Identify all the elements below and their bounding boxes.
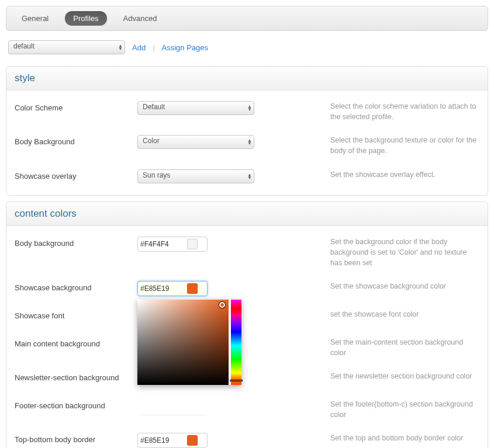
swatch-showcase-bg[interactable] xyxy=(187,283,198,294)
footer-bg-field[interactable] xyxy=(140,403,186,411)
desc-footer-bg: Set the footer(bottom-c) section backgro… xyxy=(254,399,479,420)
label-showcase-overlay: Showcase overlay xyxy=(15,169,137,180)
label-footer-bg: Footer-section background xyxy=(15,399,137,410)
label-body-background: Body Background xyxy=(15,135,137,146)
color-picker[interactable] xyxy=(137,300,241,385)
desc-body-bg: Set the background color if the body bac… xyxy=(254,237,479,268)
label-body-bg: Body background xyxy=(15,237,137,248)
swatch-body-bg[interactable] xyxy=(187,239,198,249)
color-input-footer-bg[interactable] xyxy=(137,399,208,415)
label-newsletter-bg: Newsletter-section background xyxy=(15,371,137,382)
color-input-top-bottom-border[interactable] xyxy=(137,433,208,448)
desc-body-background: Select the background texture or color f… xyxy=(254,135,479,156)
separator: | xyxy=(153,43,154,52)
body-bg-field[interactable] xyxy=(140,240,187,248)
picker-saturation-value[interactable] xyxy=(137,300,229,385)
top-bottom-border-field[interactable] xyxy=(140,436,187,444)
label-main-content-bg: Main content background xyxy=(15,337,137,348)
panel-style: style Color Scheme Default ▲▼ Select the… xyxy=(6,66,488,196)
select-body-background[interactable]: Color ▲▼ xyxy=(137,135,254,149)
profile-select[interactable]: default ▲▼ xyxy=(8,40,125,54)
desc-color-scheme: Select the color scheme variation to att… xyxy=(254,101,479,122)
assign-pages-link[interactable]: Assign Pages xyxy=(162,43,209,52)
label-showcase-font: Showcase font xyxy=(15,309,137,320)
profile-toolbar: default ▲▼ Add | Assign Pages xyxy=(0,37,494,60)
hue-marker-icon xyxy=(230,380,243,381)
picker-hue-slider[interactable] xyxy=(231,300,241,385)
panel-title-content-colors: content colors xyxy=(6,202,488,226)
panel-content-colors: content colors Body background Set the b… xyxy=(6,202,488,449)
color-input-body-bg[interactable] xyxy=(137,237,208,252)
picker-cursor-icon xyxy=(219,302,225,308)
desc-showcase-font: set the showcase font color xyxy=(254,309,479,319)
tab-general[interactable]: General xyxy=(13,11,57,26)
desc-main-content-bg: Set the main-content section background … xyxy=(254,337,479,358)
label-showcase-bg: Showcase background xyxy=(15,281,137,292)
panel-title-style: style xyxy=(6,67,488,91)
label-top-bottom-border: Top-bottom body border xyxy=(15,433,137,444)
desc-top-bottom-border: Set the top and bottom body border color xyxy=(254,433,479,443)
swatch-top-bottom-border[interactable] xyxy=(187,435,198,446)
tab-bar: General Profiles Advanced xyxy=(6,6,488,31)
tab-advanced[interactable]: Advanced xyxy=(115,11,165,26)
color-input-showcase-bg[interactable] xyxy=(137,281,208,296)
desc-showcase-bg: Set the showcase background color xyxy=(254,281,479,291)
tab-profiles[interactable]: Profiles xyxy=(65,11,106,26)
desc-showcase-overlay: Set the showcase overlay effect. xyxy=(254,169,479,180)
desc-newsletter-bg: Set the newsletter section background co… xyxy=(254,371,479,381)
label-color-scheme: Color Scheme xyxy=(15,101,137,112)
showcase-bg-field[interactable] xyxy=(140,284,187,293)
add-link[interactable]: Add xyxy=(132,43,146,52)
select-showcase-overlay[interactable]: Sun rays ▲▼ xyxy=(137,169,254,183)
select-color-scheme[interactable]: Default ▲▼ xyxy=(137,101,254,115)
